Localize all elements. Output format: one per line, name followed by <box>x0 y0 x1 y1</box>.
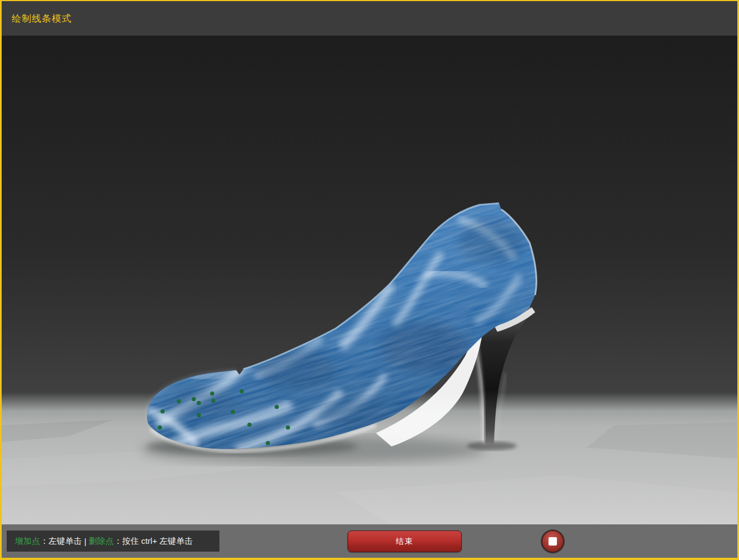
control-point[interactable] <box>197 413 201 417</box>
finish-button-label: 结束 <box>396 537 414 547</box>
page-title: 绘制线条模式 <box>12 12 72 25</box>
add-point-desc: ：左键单击 <box>40 536 82 547</box>
control-point[interactable] <box>275 405 279 409</box>
scene-canvas[interactable] <box>2 36 737 524</box>
control-point[interactable] <box>247 423 252 427</box>
control-point[interactable] <box>286 425 290 430</box>
delete-point-desc: ：按住 ctrl+ 左键单击 <box>114 536 193 547</box>
app-window: 绘制线条模式 <box>0 0 739 560</box>
separator: | <box>82 537 89 546</box>
title-bar: 绘制线条模式 <box>2 1 737 36</box>
control-point[interactable] <box>192 397 196 401</box>
finish-button[interactable]: 结束 <box>348 530 462 552</box>
control-point[interactable] <box>210 391 214 396</box>
viewport-3d[interactable] <box>2 36 737 524</box>
control-point[interactable] <box>177 399 181 404</box>
delete-point-label: 删除点 <box>89 536 114 547</box>
control-point[interactable] <box>197 401 201 405</box>
bottom-toolbar: 增加点：左键单击 | 删除点：按住 ctrl+ 左键单击 结束 <box>2 524 737 558</box>
control-point[interactable] <box>211 399 216 403</box>
control-point[interactable] <box>239 389 244 394</box>
control-point[interactable] <box>160 409 165 414</box>
control-point[interactable] <box>231 410 235 414</box>
add-point-label: 增加点 <box>15 536 40 547</box>
instructions-box: 增加点：左键单击 | 删除点：按住 ctrl+ 左键单击 <box>7 530 219 552</box>
stop-button[interactable] <box>541 530 564 553</box>
control-point[interactable] <box>266 441 270 445</box>
control-point[interactable] <box>158 425 162 430</box>
stop-icon <box>549 537 557 546</box>
